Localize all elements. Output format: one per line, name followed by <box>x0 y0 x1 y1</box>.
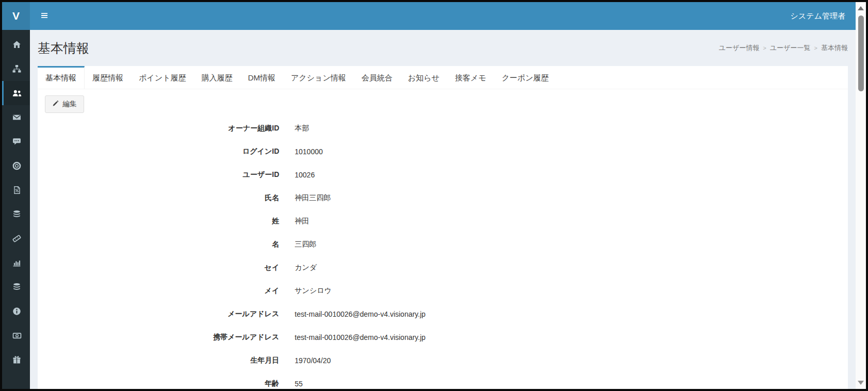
home-icon <box>12 40 21 49</box>
field-value-email: test-mail-0010026@demo-v4.visionary.jp <box>295 310 426 318</box>
sidebar-item-data[interactable] <box>2 202 30 226</box>
life-ring-icon <box>12 161 21 170</box>
tab-bar: 基本情報履歴情報ポイント履歴購入履歴DM情報アクション情報会員統合お知らせ接客メ… <box>38 66 848 89</box>
form-row-first-name-kana: メイサンシロウ <box>43 283 843 299</box>
pencil-icon <box>52 100 59 108</box>
tab-notice[interactable]: お知らせ <box>400 66 447 89</box>
field-value-mobile-email: test-mail-0010026@demo-v4.visionary.jp <box>295 333 426 341</box>
sitemap-icon <box>12 64 21 73</box>
breadcrumb-separator: > <box>814 45 817 51</box>
form-row-age: 年齢55 <box>43 376 843 389</box>
field-label-first-name-kana: メイ <box>43 286 279 296</box>
tab-action-info[interactable]: アクション情報 <box>283 66 354 89</box>
sidebar-nav <box>2 30 30 389</box>
app-logo-text: V <box>12 10 20 22</box>
database-icon <box>12 283 21 291</box>
form-row-full-name: 氏名神田三四郎 <box>43 190 843 206</box>
field-label-login-id: ログインID <box>43 147 279 156</box>
tab-label: クーポン履歴 <box>502 73 549 82</box>
tab-history-info[interactable]: 履歴情報 <box>85 66 131 89</box>
hamburger-icon <box>40 11 49 21</box>
tab-label: 購入履歴 <box>201 73 232 82</box>
form-row-user-id: ユーザーID10026 <box>43 167 843 183</box>
tab-member-merge[interactable]: 会員統合 <box>354 66 400 89</box>
field-value-user-id: 10026 <box>295 171 315 179</box>
gift-icon <box>12 355 21 364</box>
field-value-last-name: 神田 <box>295 217 309 226</box>
tab-service-memo[interactable]: 接客メモ <box>447 66 494 89</box>
scrollbar-down-arrow[interactable] <box>858 381 864 385</box>
sidebar-item-message[interactable] <box>2 129 30 154</box>
tab-content: 編集 オーナー組織ID本部ログインID1010000ユーザーID10026氏名神… <box>38 89 848 389</box>
field-label-last-name-kana: セイ <box>43 263 279 272</box>
breadcrumb-item[interactable]: ユーザー一覧 <box>770 43 811 53</box>
comment-icon <box>12 137 21 146</box>
main-layout: 基本情報 ユーザー情報>ユーザー一覧>基本情報 基本情報履歴情報ポイント履歴購入… <box>2 30 856 389</box>
tab-label: お知らせ <box>408 73 440 82</box>
database-icon <box>12 210 21 219</box>
sidebar-item-home[interactable] <box>2 32 30 57</box>
scrollbar-thumb[interactable] <box>858 15 864 91</box>
field-value-last-name-kana: カンダ <box>295 263 317 272</box>
app-logo[interactable]: V <box>2 2 30 30</box>
bar-chart-icon <box>12 258 21 267</box>
top-navbar: V システム管理者 <box>2 2 856 30</box>
sidebar-item-support[interactable] <box>2 154 30 178</box>
field-label-user-id: ユーザーID <box>43 170 279 180</box>
content-header: 基本情報 ユーザー情報>ユーザー一覧>基本情報 <box>38 30 848 66</box>
field-value-full-name: 神田三四郎 <box>295 193 331 203</box>
navbar-main: システム管理者 <box>30 2 856 30</box>
form-row-mobile-email: 携帯メールアドレスtest-mail-0010026@demo-v4.visio… <box>43 329 843 345</box>
field-label-age: 年齢 <box>43 379 279 388</box>
tab-purchase-history[interactable]: 購入履歴 <box>194 66 240 89</box>
tab-label: 履歴情報 <box>92 73 123 82</box>
field-value-birth-date: 1970/04/20 <box>295 356 331 365</box>
scrollbar-up-arrow[interactable] <box>858 6 864 10</box>
form-row-last-name: 姓神田 <box>43 213 843 229</box>
tab-coupon-history[interactable]: クーポン履歴 <box>494 66 556 89</box>
form-row-owner-org-id: オーナー組織ID本部 <box>43 120 843 136</box>
sidebar-item-ticket[interactable] <box>2 226 30 251</box>
tab-label: アクション情報 <box>291 73 346 82</box>
form-row-first-name: 名三四郎 <box>43 236 843 252</box>
info-circle-icon <box>12 307 21 316</box>
sidebar-item-users[interactable] <box>2 81 30 105</box>
page-title: 基本情報 <box>38 40 89 57</box>
breadcrumb-item[interactable]: ユーザー情報 <box>719 43 760 53</box>
field-value-first-name-kana: サンシロウ <box>295 286 332 296</box>
field-label-mobile-email: 携帯メールアドレス <box>43 333 279 342</box>
form-row-login-id: ログインID1010000 <box>43 143 843 159</box>
field-label-email: メールアドレス <box>43 309 279 319</box>
tab-dm-info[interactable]: DM情報 <box>240 66 283 89</box>
sidebar-item-data-2[interactable] <box>2 275 30 299</box>
tab-point-history[interactable]: ポイント履歴 <box>131 66 194 89</box>
money-icon <box>12 331 22 340</box>
breadcrumb: ユーザー情報>ユーザー一覧>基本情報 <box>719 43 848 53</box>
sidebar-item-mail[interactable] <box>2 105 30 129</box>
form-row-email: メールアドレスtest-mail-0010026@demo-v4.visiona… <box>43 306 843 322</box>
field-value-login-id: 1010000 <box>295 148 323 156</box>
sidebar-item-organization[interactable] <box>2 57 30 81</box>
sidebar-item-report[interactable] <box>2 178 30 202</box>
sidebar-item-gift[interactable] <box>2 348 30 372</box>
field-value-first-name: 三四郎 <box>295 240 316 249</box>
breadcrumb-item: 基本情報 <box>821 43 848 53</box>
field-label-full-name: 氏名 <box>43 193 279 203</box>
user-menu[interactable]: システム管理者 <box>791 11 845 21</box>
tab-label: DM情報 <box>248 73 275 82</box>
browser-frame: V システム管理者 基本情報 ユーザー情報>ユーザー一覧>基本情報 <box>0 0 868 391</box>
sidebar-item-analytics[interactable] <box>2 251 30 275</box>
sidebar-item-info[interactable] <box>2 299 30 323</box>
edit-button[interactable]: 編集 <box>45 95 84 113</box>
breadcrumb-separator: > <box>763 45 766 51</box>
tab-box: 基本情報履歴情報ポイント履歴購入履歴DM情報アクション情報会員統合お知らせ接客メ… <box>38 66 848 389</box>
sidebar-item-billing[interactable] <box>2 323 30 348</box>
page-scrollbar <box>856 2 866 389</box>
field-label-birth-date: 生年月日 <box>43 356 279 365</box>
form-row-last-name-kana: セイカンダ <box>43 259 843 275</box>
users-icon <box>12 89 22 98</box>
sidebar-toggle-button[interactable] <box>38 9 51 23</box>
field-label-owner-org-id: オーナー組織ID <box>43 124 279 133</box>
tab-basic-info[interactable]: 基本情報 <box>38 66 85 89</box>
field-value-age: 55 <box>295 380 303 388</box>
